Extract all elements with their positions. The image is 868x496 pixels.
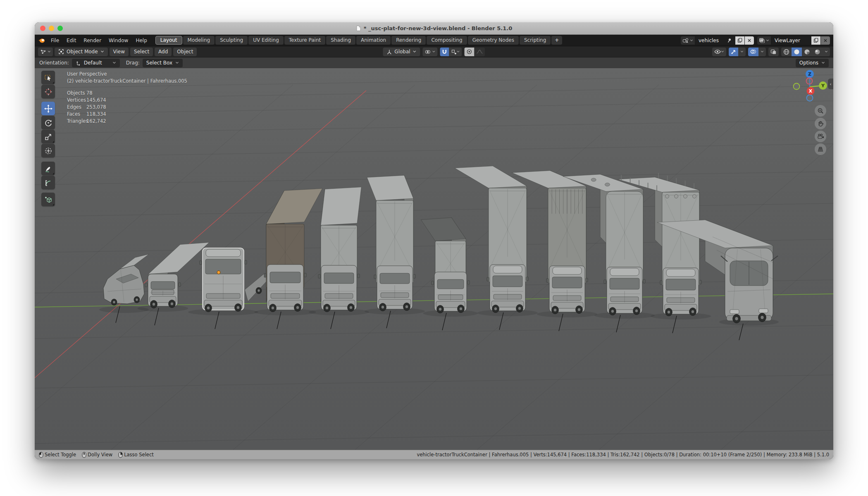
tool-transform[interactable] xyxy=(41,144,55,157)
tool-select-box[interactable] xyxy=(41,71,55,84)
scene-name-field[interactable]: vehicles xyxy=(695,36,735,45)
tab-modeling[interactable]: Modeling xyxy=(183,36,215,45)
tool-add-cube[interactable] xyxy=(41,193,55,206)
tool-measure[interactable] xyxy=(41,176,55,189)
shading-solid-button[interactable] xyxy=(792,48,802,56)
options-button[interactable]: Options xyxy=(796,59,829,67)
view-menu[interactable]: View xyxy=(110,48,129,56)
navigation-gizmo[interactable]: Z Y X xyxy=(791,68,829,105)
tab-scripting[interactable]: Scripting xyxy=(520,36,551,45)
blender-logo-icon[interactable] xyxy=(38,38,45,43)
pan-hand-button[interactable] xyxy=(815,118,826,129)
pivot-point-dropdown[interactable] xyxy=(423,48,438,56)
add-workspace-button[interactable]: + xyxy=(551,36,562,45)
object-menu[interactable]: Object xyxy=(173,48,197,56)
add-menu[interactable]: Add xyxy=(155,48,172,56)
visibility-dropdown[interactable] xyxy=(712,48,726,56)
tab-shading[interactable]: Shading xyxy=(326,36,355,45)
overlays-dropdown[interactable] xyxy=(758,48,766,56)
tab-texture-paint[interactable]: Texture Paint xyxy=(284,36,325,45)
new-view-layer-button[interactable] xyxy=(811,36,820,45)
gizmo-y-neg-axis[interactable] xyxy=(794,83,800,90)
gizmo-z-neg-axis[interactable] xyxy=(807,95,813,101)
sidebar-collapse-arrow[interactable]: ‹ xyxy=(828,79,833,89)
tab-animation[interactable]: Animation xyxy=(356,36,391,45)
magnet-icon xyxy=(442,49,447,55)
select-menu[interactable]: Select xyxy=(130,48,153,56)
shading-material-button[interactable] xyxy=(802,48,812,56)
scene-selector: vehicles xyxy=(681,36,754,45)
minimize-window-button[interactable] xyxy=(49,26,54,31)
vehicle-box-truck[interactable] xyxy=(309,187,369,329)
vehicle-tractor-truck[interactable] xyxy=(188,248,269,329)
viewport-3d[interactable]: User Perspective (2) vehicle-tractorTruc… xyxy=(35,68,833,450)
mode-dropdown[interactable]: Object Mode xyxy=(55,48,108,56)
gizmo-x-neg-axis[interactable] xyxy=(806,78,813,84)
drag-dropdown[interactable]: Select Box xyxy=(143,59,183,67)
snap-settings-dropdown[interactable] xyxy=(449,48,462,56)
remove-view-layer-button[interactable] xyxy=(821,36,830,45)
menu-help[interactable]: Help xyxy=(132,36,150,45)
tab-rendering[interactable]: Rendering xyxy=(391,36,426,45)
menu-window[interactable]: Window xyxy=(105,36,131,45)
material-sphere-icon xyxy=(804,49,810,55)
viewport-nav-buttons xyxy=(815,105,826,155)
menu-file[interactable]: File xyxy=(48,36,62,45)
keymap-select-toggle: Select Toggle xyxy=(39,452,76,458)
tool-scale[interactable] xyxy=(41,130,55,143)
tool-move[interactable] xyxy=(41,102,55,115)
orientation-icon xyxy=(76,60,81,66)
object-mode-icon xyxy=(58,49,64,55)
menu-render[interactable]: Render xyxy=(80,36,105,45)
tab-compositing[interactable]: Compositing xyxy=(427,36,467,45)
traffic-lights xyxy=(40,26,63,31)
viewport-header: Object Mode View Select Add Object Globa… xyxy=(35,46,833,57)
vehicle-car[interactable] xyxy=(99,254,149,323)
shading-rendered-button[interactable] xyxy=(812,48,823,56)
tab-sculpting[interactable]: Sculpting xyxy=(215,36,248,45)
view-layer-name-field[interactable]: ViewLayer xyxy=(771,36,811,45)
view-layer-browse-button[interactable] xyxy=(757,36,771,45)
keymap-dolly-view: Dolly View xyxy=(82,452,112,458)
tab-uv-editing[interactable]: UV Editing xyxy=(248,36,284,45)
close-window-button[interactable] xyxy=(40,26,45,31)
snap-toggle[interactable] xyxy=(440,48,449,56)
stat-objects: Objects78 xyxy=(67,90,187,97)
scene-browse-button[interactable] xyxy=(681,36,695,45)
toolbar xyxy=(41,71,55,207)
orthographic-toggle-button[interactable] xyxy=(815,143,826,155)
tab-layout[interactable]: Layout xyxy=(155,36,182,45)
zoom-window-button[interactable] xyxy=(57,26,63,31)
menu-edit[interactable]: Edit xyxy=(63,36,79,45)
proportional-falloff-dropdown[interactable] xyxy=(475,48,485,56)
orientation-label: Orientation: xyxy=(39,60,69,66)
workspace-tabs: Layout Modeling Sculpting UV Editing Tex… xyxy=(155,36,563,45)
unlink-scene-button[interactable] xyxy=(745,36,754,45)
tab-geometry-nodes[interactable]: Geometry Nodes xyxy=(468,36,519,45)
mouse-left-icon xyxy=(39,452,43,458)
gizmos-toggle[interactable] xyxy=(729,48,738,56)
orientation-dropdown[interactable]: Default xyxy=(72,59,120,67)
proportional-editing-toggle[interactable] xyxy=(465,48,475,56)
overlays-toggle[interactable] xyxy=(748,48,758,56)
camera-view-button[interactable] xyxy=(815,131,826,142)
viewport-canvas[interactable] xyxy=(35,68,833,450)
tool-annotate[interactable] xyxy=(41,162,55,175)
editor-type-button[interactable] xyxy=(38,48,53,56)
gizmo-arrow-icon xyxy=(731,49,736,55)
new-scene-button[interactable] xyxy=(735,36,744,45)
shading-wireframe-button[interactable] xyxy=(781,48,792,56)
vehicle-flatbed-truck[interactable] xyxy=(421,218,478,331)
vehicle-semi-trailer-box[interactable] xyxy=(455,166,538,330)
tool-cursor[interactable] xyxy=(41,85,55,98)
shading-dropdown[interactable] xyxy=(823,48,830,56)
vehicle-tall-box-truck[interactable] xyxy=(365,175,425,328)
xray-toggle[interactable] xyxy=(768,48,779,56)
tool-rotate[interactable] xyxy=(41,116,55,129)
vehicle-box-truck-dark[interactable] xyxy=(254,188,322,329)
transform-orientation-dropdown[interactable]: Global xyxy=(383,48,420,56)
zoom-button[interactable] xyxy=(815,105,826,117)
pin-icon[interactable] xyxy=(727,38,732,43)
gizmos-dropdown[interactable] xyxy=(738,48,746,56)
tool-settings-bar: Orientation: Default Drag: Select Box Op… xyxy=(35,57,833,68)
